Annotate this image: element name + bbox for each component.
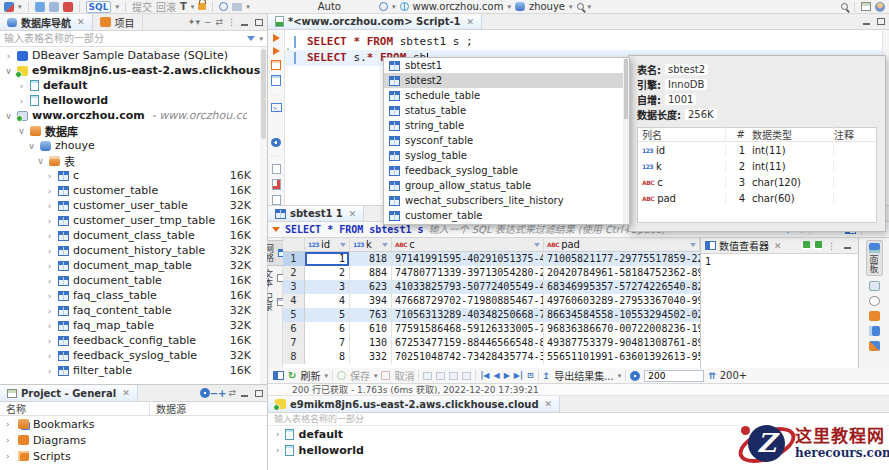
- copy-row-icon[interactable]: [462, 372, 471, 380]
- sql-line-1[interactable]: SELECT * FROM sbtest1 s ;: [285, 34, 889, 50]
- filter-icon[interactable]: [340, 243, 346, 247]
- expand-arrow-icon[interactable]: ›: [6, 419, 14, 429]
- cell-id[interactable]: 1: [305, 252, 350, 266]
- tab-database-navigator[interactable]: 数据库导航 ✕: [0, 14, 93, 30]
- execute-new-tab-icon[interactable]: [273, 47, 280, 55]
- perspective-icon[interactable]: [861, 2, 871, 11]
- custom-filter-icon[interactable]: [272, 227, 280, 232]
- row-number-cell[interactable]: 6: [283, 322, 305, 336]
- grid-row[interactable]: 8 8 332 70251048742-73428435774-3258523 …: [283, 350, 700, 364]
- tree-item[interactable]: › faq_content_table 32K: [0, 303, 267, 318]
- cell-id[interactable]: 2: [305, 266, 350, 280]
- execute-script-icon[interactable]: [271, 60, 281, 70]
- expand-arrow-icon[interactable]: ›: [45, 306, 54, 316]
- tree-item[interactable]: › customer_user_tmp_table 16K: [0, 213, 267, 228]
- tree-item[interactable]: › faq_class_table 16K: [0, 288, 267, 303]
- cell-id[interactable]: 3: [305, 280, 350, 294]
- search-icon[interactable]: [577, 3, 584, 10]
- row-number-cell[interactable]: 2: [283, 266, 305, 280]
- autocomplete-item[interactable]: feedback_syslog_table: [384, 163, 629, 178]
- maximize-icon[interactable]: [877, 18, 885, 25]
- expand-arrow-icon[interactable]: ›: [45, 276, 54, 286]
- references-panel-icon[interactable]: [869, 311, 880, 321]
- navigator-menu-icon[interactable]: ✦▾: [186, 17, 202, 27]
- expand-arrow-icon[interactable]: ›: [45, 186, 54, 196]
- execute-statement-icon[interactable]: [273, 34, 280, 42]
- column-header-c[interactable]: ABCc: [392, 238, 544, 251]
- cancel-button[interactable]: 取消: [394, 368, 414, 383]
- cell-c[interactable]: 71056313289-40348250668-7667051: [392, 308, 544, 322]
- value-viewer-content[interactable]: 1: [701, 254, 858, 368]
- tab-results[interactable]: sbtest1 1 ✕: [268, 206, 364, 221]
- expand-arrow-icon[interactable]: ›: [6, 435, 14, 445]
- new-script-icon[interactable]: [272, 164, 281, 174]
- export-button[interactable]: 导出结果集...: [554, 368, 614, 383]
- grouping-panel-icon[interactable]: [869, 326, 880, 336]
- tree-item[interactable]: › feedback_syslog_table 32K: [0, 348, 267, 363]
- autocomplete-item[interactable]: string_table: [384, 118, 629, 133]
- project-item[interactable]: › Scripts: [0, 448, 267, 464]
- project-item[interactable]: › Bookmarks: [0, 416, 267, 432]
- transaction-log-icon[interactable]: [219, 2, 228, 11]
- column-header-id[interactable]: 123id: [305, 238, 350, 251]
- tree-item[interactable]: ∨ www.orczhou.com - www.orczhou.com:3306: [0, 108, 267, 123]
- rollback-button[interactable]: 回滚: [156, 0, 176, 14]
- autocomplete-item[interactable]: group_allow_status_table: [384, 178, 629, 193]
- user-avatar-icon[interactable]: [875, 2, 885, 12]
- tree-item[interactable]: › helloworld: [0, 93, 267, 108]
- expand-arrow-icon[interactable]: ›: [4, 51, 13, 61]
- cell-pad[interactable]: 49387753379-90481308761-8904493: [544, 336, 700, 350]
- close-icon[interactable]: ✕: [545, 399, 553, 409]
- schedule-dropdown[interactable]: ▾: [392, 3, 396, 11]
- expand-arrow-icon[interactable]: ›: [45, 366, 54, 376]
- active-connection-selector[interactable]: www.orczhou.com: [413, 1, 504, 12]
- cell-c[interactable]: 47668729702-71980885467-1204922: [392, 294, 544, 308]
- tree-item[interactable]: › c 16K: [0, 168, 267, 183]
- quick-search-icon[interactable]: [841, 3, 848, 10]
- tree-item[interactable]: ∨ 表: [0, 153, 267, 168]
- connection-dropdown[interactable]: ▾: [507, 3, 511, 11]
- autocomplete-item[interactable]: schedule_table: [384, 88, 629, 103]
- tree-item[interactable]: ∨ 数据库: [0, 123, 267, 138]
- tab-project[interactable]: 项目: [93, 14, 143, 30]
- script-template-icon[interactable]: [272, 195, 281, 205]
- filter-icon[interactable]: [534, 243, 540, 247]
- tree-item[interactable]: › DBeaver Sample Database (SQLite): [0, 48, 267, 63]
- grid-row[interactable]: 7 7 130 67253477159-88446566548-8739199 …: [283, 336, 700, 350]
- column-header-k[interactable]: 123k: [350, 238, 392, 251]
- settings-gear-icon[interactable]: [200, 388, 210, 398]
- tree-item[interactable]: ∨ e9mikm8jn6.us-east-2.aws.clickhouse.cl…: [0, 63, 267, 78]
- expand-arrow-icon[interactable]: ›: [45, 291, 54, 301]
- autocomplete-item[interactable]: wechat_subscribers_lite_history: [384, 193, 629, 208]
- autocomplete-item[interactable]: sysconf_table: [384, 133, 629, 148]
- tree-item[interactable]: › document_map_table 32K: [0, 258, 267, 273]
- commit-button[interactable]: 提交: [132, 0, 152, 14]
- link-icon[interactable]: ⇄: [226, 388, 238, 398]
- export-grid-icon[interactable]: [273, 371, 284, 380]
- sql-editor-dropdown[interactable]: ▾: [115, 3, 119, 11]
- expand-arrow-icon[interactable]: ›: [45, 336, 54, 346]
- filter-icon[interactable]: [247, 36, 255, 41]
- column-datasource-header[interactable]: 数据源: [150, 401, 186, 416]
- fetch-more-button[interactable]: 200+: [720, 370, 747, 381]
- view-menu-icon[interactable]: ⋮: [225, 17, 238, 27]
- cell-pad[interactable]: 86634584558-10553294502-0256105: [544, 308, 700, 322]
- save-dropdown[interactable]: ▾: [374, 372, 378, 380]
- cell-k[interactable]: 763: [350, 308, 392, 322]
- save-button[interactable]: 保存: [350, 368, 370, 383]
- expand-arrow-icon[interactable]: ›: [17, 96, 26, 106]
- cell-k[interactable]: 884: [350, 266, 392, 280]
- cell-id[interactable]: 7: [305, 336, 350, 350]
- navigator-filter-input[interactable]: [4, 33, 243, 44]
- editor-settings-icon[interactable]: [271, 138, 281, 147]
- active-schema-selector[interactable]: zhouye: [529, 1, 565, 12]
- autocomplete-scrollbar[interactable]: [623, 58, 629, 224]
- grid-row[interactable]: 6 6 610 77591586468-59126333005-7316363 …: [283, 322, 700, 336]
- autocomplete-item[interactable]: status_table: [384, 103, 629, 118]
- cell-k[interactable]: 394: [350, 294, 392, 308]
- cell-pad[interactable]: 96836386670-00722008236-1970133: [544, 322, 700, 336]
- row-number-header[interactable]: [283, 238, 305, 251]
- export-icon[interactable]: ↥: [543, 371, 551, 381]
- fetch-size-input[interactable]: [644, 370, 704, 382]
- tree-item[interactable]: › feedback_config_table 16K: [0, 333, 267, 348]
